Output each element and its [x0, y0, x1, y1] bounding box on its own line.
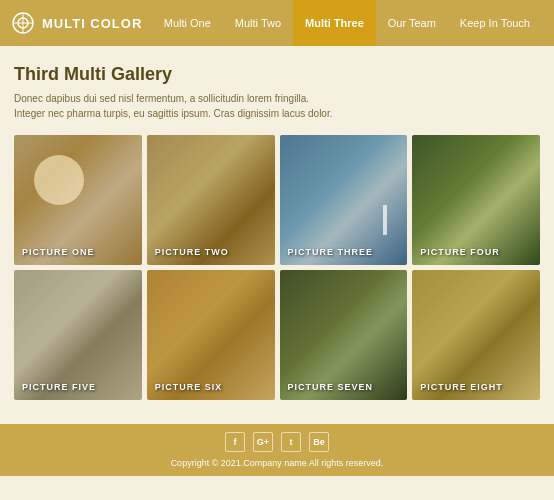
site-header: MULTI COLOR Multi One Multi Two Multi Th…: [0, 0, 554, 46]
picture-five-label: PICTURE FIVE: [22, 382, 96, 392]
logo-area: MULTI COLOR: [12, 12, 142, 34]
gallery-description: Donec dapibus dui sed nisl fermentum, a …: [14, 91, 334, 121]
logo-text: MULTI COLOR: [42, 16, 142, 31]
nav-multi-three[interactable]: Multi Three: [293, 0, 376, 46]
picture-three-overlay: PICTURE THREE: [280, 135, 408, 265]
nav-multi-two[interactable]: Multi Two: [223, 0, 293, 46]
social-facebook[interactable]: f: [225, 432, 245, 452]
gallery-item-2[interactable]: PICTURE TWO: [147, 135, 275, 265]
nav-our-team[interactable]: Our Team: [376, 0, 448, 46]
gallery-title: Third Multi Gallery: [14, 64, 540, 85]
picture-seven-overlay: PICTURE SEVEN: [280, 270, 408, 400]
picture-two-label: PICTURE TWO: [155, 247, 229, 257]
gallery-item-1[interactable]: PICTURE ONE: [14, 135, 142, 265]
copyright-text: Copyright © 2021.Company name All rights…: [14, 458, 540, 468]
gallery-item-7[interactable]: PICTURE SEVEN: [280, 270, 408, 400]
picture-six-overlay: PICTURE SIX: [147, 270, 275, 400]
picture-one-label: PICTURE ONE: [22, 247, 95, 257]
gallery-item-4[interactable]: PICTURE FOUR: [412, 135, 540, 265]
gallery-item-3[interactable]: PICTURE THREE: [280, 135, 408, 265]
social-icons-row: f G+ t Be: [14, 432, 540, 452]
gallery-item-8[interactable]: PICTURE EIGHT: [412, 270, 540, 400]
picture-six-label: PICTURE SIX: [155, 382, 223, 392]
social-googleplus[interactable]: G+: [253, 432, 273, 452]
picture-four-overlay: PICTURE FOUR: [412, 135, 540, 265]
site-footer: f G+ t Be Copyright © 2021.Company name …: [0, 424, 554, 476]
picture-four-label: PICTURE FOUR: [420, 247, 500, 257]
picture-five-overlay: PICTURE FIVE: [14, 270, 142, 400]
picture-eight-overlay: PICTURE EIGHT: [412, 270, 540, 400]
picture-eight-label: PICTURE EIGHT: [420, 382, 503, 392]
picture-two-overlay: PICTURE TWO: [147, 135, 275, 265]
gallery-item-6[interactable]: PICTURE SIX: [147, 270, 275, 400]
gallery-grid: PICTURE ONE PICTURE TWO PICTURE THREE PI…: [14, 135, 540, 400]
picture-three-label: PICTURE THREE: [288, 247, 374, 257]
nav-keep-in-touch[interactable]: Keep In Touch: [448, 0, 542, 46]
gallery-item-5[interactable]: PICTURE FIVE: [14, 270, 142, 400]
social-twitter[interactable]: t: [281, 432, 301, 452]
picture-one-overlay: PICTURE ONE: [14, 135, 142, 265]
logo-icon: [12, 12, 34, 34]
social-behance[interactable]: Be: [309, 432, 329, 452]
main-nav: Multi One Multi Two Multi Three Our Team…: [152, 0, 542, 46]
picture-seven-label: PICTURE SEVEN: [288, 382, 374, 392]
nav-multi-one[interactable]: Multi One: [152, 0, 223, 46]
main-content: Third Multi Gallery Donec dapibus dui se…: [0, 46, 554, 410]
